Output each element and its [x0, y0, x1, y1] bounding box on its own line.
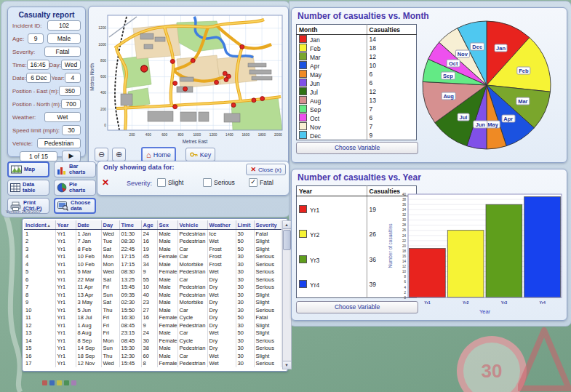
month-table-row[interactable]: Jun6 [297, 79, 417, 87]
map-selected-incident-dot[interactable] [141, 65, 148, 72]
speed-limit-field[interactable]: 30 [62, 125, 81, 135]
map-incident-dot[interactable] [252, 98, 256, 103]
month-table-row[interactable]: Feb18 [297, 44, 417, 52]
next-record-button[interactable]: ▶ [62, 151, 81, 162]
age-field[interactable]: 9 [28, 33, 44, 44]
table-scrollbar[interactable]: ▲ ▼ [282, 220, 292, 369]
year-column-header[interactable]: Year [297, 186, 367, 196]
map-incident-dot[interactable] [173, 105, 177, 109]
position-north-field[interactable]: 700 [61, 99, 81, 109]
map-incident-dot[interactable] [170, 59, 175, 63]
map-incident-dot[interactable] [223, 71, 227, 76]
table-cell: Yr1 [55, 284, 76, 292]
sex-field[interactable]: Male [47, 33, 81, 44]
table-row[interactable]: 13Yr18 AugFri23:1524MaleCarWet50Slight [24, 329, 281, 337]
map-incident-dot[interactable] [260, 97, 265, 101]
month-table-row[interactable]: Apr10 [297, 61, 417, 70]
table-row[interactable]: 7Yr111 AprFri15:4510MalePedestrianDry30S… [24, 284, 281, 292]
table-row[interactable]: 17Yr112 NovWed15:458FemalePedestrianWet3… [24, 360, 281, 368]
table-row[interactable]: 16Yr118 SepThu12:3060MaleCarWet30Slight [24, 352, 281, 360]
table-row[interactable]: 3Yr18 FebSat22:4519MaleCarFrost50Slight [24, 245, 281, 253]
map-x-tick-labels: 200400600800100012001400160018002000 [129, 133, 282, 137]
checkbox-icon[interactable] [157, 178, 166, 187]
table-row[interactable]: 2Yr17 JanTue08:3016MalePedestrianWet50Sl… [24, 238, 281, 246]
incident-id-field[interactable]: 102 [47, 20, 81, 31]
column-header-age[interactable]: Age [141, 220, 157, 230]
column-header-day[interactable]: Day [101, 220, 119, 230]
column-header-sex[interactable]: Sex [157, 220, 177, 230]
checkbox-icon[interactable]: ✓ [249, 178, 257, 187]
table-row[interactable]: 11Yr118 JulFri16:3016FemaleCycleDry50Fat… [24, 314, 281, 322]
table-row[interactable]: 12Yr11 AugFri08:459FemalePedestrianDry30… [24, 321, 281, 329]
table-row[interactable]: 10Yr15 JunThu15:5027MaleCarDry30Serious [24, 306, 281, 314]
day-field[interactable]: Wed [61, 60, 81, 70]
column-header-weather[interactable]: Weather [207, 220, 236, 230]
month-table-row[interactable]: Mar12 [297, 52, 417, 61]
column-header-incident[interactable]: Incident ▴ [24, 220, 55, 230]
position-east-label: Position - East (m): [12, 88, 59, 95]
map-incident-dot[interactable] [191, 58, 195, 63]
month-table-row[interactable]: Dec9 [297, 131, 417, 140]
table-row[interactable]: 8Yr113 AprSun09:3540MalePedestrianWet30S… [24, 291, 281, 299]
month-table-row[interactable]: Aug13 [297, 96, 417, 105]
map-plot[interactable]: Metres North [89, 8, 288, 148]
table-row[interactable]: 1Yr11 JanWed01:3024MalePedestrianIce30Fa… [24, 230, 281, 238]
remove-filter-button[interactable]: ✕ [102, 178, 109, 188]
month-table-row[interactable]: Jul12 [297, 87, 417, 96]
column-header-time[interactable]: Time [119, 220, 141, 230]
map-incident-dot[interactable] [240, 44, 244, 49]
column-header-vehicle[interactable]: Vehicle [177, 220, 207, 230]
key-button[interactable]: Key [185, 148, 216, 161]
scroll-up-arrow[interactable]: ▲ [283, 221, 291, 229]
pie-slice-label: Feb [516, 67, 530, 75]
pie-charts-view-button[interactable]: Pie charts [54, 180, 96, 196]
scroll-down-arrow[interactable]: ▼ [283, 361, 291, 369]
map-incident-dot[interactable] [173, 81, 177, 85]
filter-close-button[interactable]: ✕ Close (x) [246, 164, 286, 175]
weather-field[interactable]: Wet [44, 112, 81, 122]
map-view-button[interactable]: Map [7, 161, 49, 177]
table-row[interactable]: 4Yr110 FebMon17:1545FemaleCarFrost30Seri… [24, 253, 281, 261]
month-casualties-column-header[interactable]: Casualties [367, 25, 416, 35]
month-table-row[interactable]: Jan14 [297, 35, 417, 44]
position-east-field[interactable]: 350 [59, 86, 81, 96]
choose-data-button[interactable]: Choose data [54, 198, 96, 214]
month-table-row[interactable]: Oct6 [297, 113, 417, 122]
column-header-limit[interactable]: Limit [236, 220, 254, 230]
month-table-row[interactable]: Sep7 [297, 105, 417, 113]
table-row[interactable]: 4Yr110 FebMon17:1534MaleMotorbikeFrost30… [24, 260, 281, 268]
month-table-row[interactable]: May6 [297, 70, 417, 79]
column-header-severity[interactable]: Severity [254, 220, 281, 230]
table-row[interactable]: 6Yr122 MarSat13:2555MaleCarDry30Serious [24, 276, 281, 284]
severity-option-slight[interactable]: Slight [157, 178, 203, 187]
table-cell: 55 [141, 276, 157, 284]
map-incident-dot[interactable] [215, 80, 219, 84]
date-field[interactable]: 6 Dec [26, 73, 51, 83]
month-table-row[interactable]: Nov7 [297, 122, 417, 131]
month-column-header[interactable]: Month [297, 25, 367, 35]
zoom-out-button[interactable]: ⊖ [95, 148, 108, 161]
year-field[interactable]: 4 [65, 73, 81, 83]
bar-y-tick-label: 40 [402, 193, 407, 196]
checkbox-icon[interactable] [203, 178, 212, 187]
bar-charts-view-button[interactable]: Bar charts [54, 161, 96, 177]
severity-option-fatal[interactable]: ✓Fatal [249, 178, 295, 187]
home-button[interactable]: ⌂ Home [141, 147, 176, 162]
table-row[interactable]: 5Yr15 MarWed08:309FemalePedestrianWet30S… [24, 268, 281, 276]
column-header-date[interactable]: Date [76, 220, 101, 230]
scrollbar-thumb[interactable] [283, 230, 291, 250]
vehicle-field[interactable]: Pedestrian [37, 138, 81, 148]
zoom-in-button[interactable]: ⊕ [112, 148, 126, 161]
table-row[interactable]: 15Yr114 SepSun15:3038MalePedestrianDry30… [24, 345, 281, 353]
map-incident-dot[interactable] [224, 77, 228, 81]
table-row[interactable]: 14Yr18 SepMon08:4530FemaleCycleDry30Seri… [24, 337, 281, 345]
time-field[interactable]: 16:45 [27, 60, 49, 70]
data-table-view-button[interactable]: Data table [7, 180, 49, 196]
map-incident-dot[interactable] [183, 87, 188, 91]
severity-field[interactable]: Fatal [44, 47, 81, 57]
severity-option-serious[interactable]: Serious [203, 178, 249, 187]
table-row[interactable]: 9Yr13 MaySat02:3023MaleMotorbikeDry30Sli… [24, 299, 281, 307]
map-incident-dot[interactable] [231, 103, 236, 108]
column-header-year[interactable]: Year [55, 220, 76, 230]
month-choose-variable-button[interactable]: Choose Variable [296, 142, 418, 154]
